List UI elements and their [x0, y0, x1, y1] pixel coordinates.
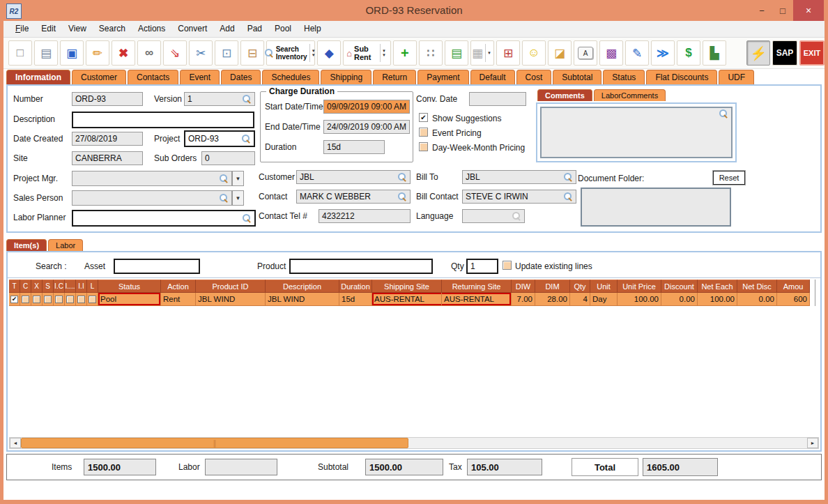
tab-schedules[interactable]: Schedules	[262, 70, 319, 84]
tab-information[interactable]: Information	[6, 70, 70, 84]
tab-udf[interactable]: UDF	[719, 70, 754, 84]
row-checkbox-l[interactable]	[89, 296, 96, 303]
update-existing-lines-checkbox[interactable]	[503, 261, 512, 270]
show-suggestions-checkbox[interactable]: ✔	[419, 113, 428, 122]
search-inventory-button[interactable]: SearchInventory ▼▼	[266, 40, 315, 66]
col-header-description[interactable]: Description	[266, 280, 339, 293]
tab-event[interactable]: Event	[180, 70, 220, 84]
cell-amount[interactable]: 600	[777, 293, 810, 306]
chevron-down-icon[interactable]: ▼▼	[380, 44, 388, 62]
titlebar[interactable]: R2 ORD-93 Reservation − □ ×	[0, 0, 828, 21]
col-header-shipping-site[interactable]: Shipping Site	[372, 280, 442, 293]
row-checkbox-ii[interactable]	[77, 296, 85, 303]
truck-button[interactable]: ▙	[703, 40, 726, 66]
tab-default[interactable]: Default	[470, 70, 515, 84]
asset-input[interactable]	[114, 259, 200, 274]
tab-shipping[interactable]: Shipping	[321, 70, 371, 84]
cell-qty[interactable]: 4	[570, 293, 590, 306]
keyboard-button[interactable]: A	[574, 40, 597, 66]
cell-net-disc[interactable]: 0.00	[737, 293, 777, 306]
day-week-month-checkbox[interactable]	[419, 142, 428, 151]
tab-status[interactable]: Status	[603, 70, 645, 84]
find-button[interactable]: ∞	[137, 40, 161, 66]
folder-button[interactable]: ◪	[548, 40, 572, 66]
search-icon[interactable]	[243, 95, 252, 104]
comments-textarea[interactable]	[540, 107, 733, 158]
contact-tel-field[interactable]: 4232212	[319, 209, 411, 223]
menu-edit[interactable]: Edit	[35, 21, 62, 37]
contacts-button[interactable]: ☺	[522, 40, 546, 66]
col-header-duration[interactable]: Duration	[339, 280, 372, 293]
exit-button[interactable]: EXIT	[799, 40, 825, 66]
col-header-c[interactable]: C	[20, 280, 31, 293]
version-field[interactable]: 1	[184, 92, 255, 106]
tab-payment[interactable]: Payment	[417, 70, 468, 84]
menu-convert[interactable]: Convert	[171, 21, 213, 37]
col-header-idot[interactable]: I....	[65, 280, 76, 293]
col-header-l[interactable]: L	[87, 280, 98, 293]
col-header-status[interactable]: Status	[98, 280, 161, 293]
col-header-unit[interactable]: Unit	[590, 280, 618, 293]
cell-shipping-site[interactable]: AUS-RENTAL	[372, 293, 442, 306]
col-header-discount[interactable]: Discount	[661, 280, 698, 293]
save-button[interactable]: ▣	[60, 40, 84, 66]
menu-pool[interactable]: Pool	[268, 21, 298, 37]
bill-to-field[interactable]: JBL	[462, 170, 576, 184]
org-chart-button[interactable]: ⊞	[496, 40, 520, 66]
event-pricing-checkbox[interactable]	[419, 128, 428, 137]
options-button[interactable]: ∷	[419, 40, 443, 66]
search-icon[interactable]	[564, 192, 573, 201]
memo-edit-button[interactable]: ✎	[625, 40, 649, 66]
tab-cost[interactable]: Cost	[516, 70, 552, 84]
tab-subtotal[interactable]: Subtotal	[553, 70, 601, 84]
menu-add[interactable]: Add	[213, 21, 240, 37]
cell-unit-price[interactable]: 100.00	[618, 293, 661, 306]
chevron-down-icon[interactable]: ▼▼	[309, 44, 317, 62]
lightning-button[interactable]: ⚡	[746, 40, 770, 66]
notes-button[interactable]: ▤	[445, 40, 468, 66]
cell-dim[interactable]: 28.00	[535, 293, 570, 306]
col-header-diw[interactable]: DIW	[512, 280, 535, 293]
sub-rent-button[interactable]: ⌂ Sub Rent ▼▼	[343, 40, 391, 66]
col-header-product-id[interactable]: Product ID	[196, 280, 266, 293]
col-header-action[interactable]: Action	[161, 280, 196, 293]
shapes-button[interactable]: ◆	[317, 40, 341, 66]
scrollbar-thumb[interactable]: ║	[21, 438, 408, 448]
search-icon[interactable]	[220, 194, 229, 203]
sap-button[interactable]: SAP	[772, 40, 797, 66]
end-date-field[interactable]: 24/09/2019 09:00 AM	[323, 120, 410, 134]
menu-pad[interactable]: Pad	[241, 21, 268, 37]
tab-dates[interactable]: Dates	[221, 70, 261, 84]
scroll-right-arrow[interactable]: ►	[807, 438, 818, 448]
edit-button[interactable]: ✏	[86, 40, 109, 66]
horizontal-scrollbar[interactable]: ◄ ║ ►	[9, 437, 819, 449]
project-mgr-field[interactable]	[72, 171, 232, 186]
col-header-ii[interactable]: I.I	[76, 280, 87, 293]
cell-returning-site[interactable]: AUS-RENTAL	[442, 293, 512, 306]
delete-button[interactable]: ✖	[112, 40, 135, 66]
maximize-button[interactable]: □	[772, 0, 793, 21]
search-icon[interactable]	[398, 173, 407, 182]
cell-product-id[interactable]: JBL WIND	[196, 293, 266, 306]
menu-actions[interactable]: Actions	[132, 21, 171, 37]
cube-button[interactable]: ▩	[599, 40, 623, 66]
col-header-returning-site[interactable]: Returning Site	[442, 280, 512, 293]
cell-description[interactable]: JBL WIND	[266, 293, 339, 306]
reset-button[interactable]: Reset	[713, 171, 745, 185]
cell-net-each[interactable]: 100.00	[698, 293, 737, 306]
scroll-left-arrow[interactable]: ◄	[10, 438, 21, 448]
project-field[interactable]: ORD-93	[184, 130, 255, 147]
row-checkbox-c[interactable]	[22, 296, 29, 303]
bill-contact-field[interactable]: STEVE C IRWIN	[462, 190, 576, 204]
contact-field[interactable]: MARK C WEBBER	[296, 190, 411, 204]
customer-field[interactable]: JBL	[296, 170, 411, 184]
menu-view[interactable]: View	[62, 21, 93, 37]
tab-comments[interactable]: Comments	[537, 89, 592, 101]
qty-input[interactable]: 1	[466, 259, 498, 274]
search-icon[interactable]	[220, 174, 229, 183]
col-header-net-each[interactable]: Net Each	[698, 280, 737, 293]
row-checkbox-ic[interactable]	[55, 296, 63, 303]
menu-help[interactable]: Help	[298, 21, 328, 37]
cell-status[interactable]: Pool	[98, 293, 161, 306]
invoice-dollar-button[interactable]: $	[677, 40, 700, 66]
